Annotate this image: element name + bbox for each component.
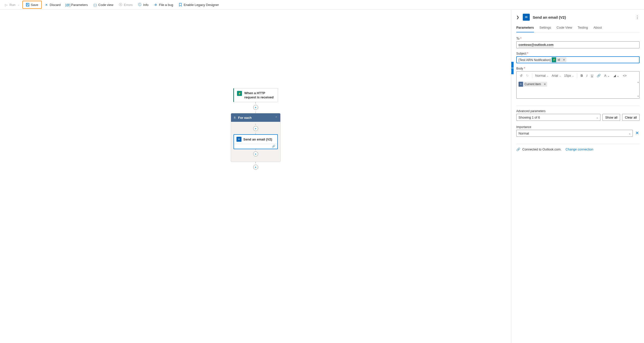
save-button[interactable]: Save (24, 1, 41, 8)
run-button[interactable]: ▷ Run ⌄ (2, 1, 22, 8)
outlook-icon: ✉ (523, 14, 530, 21)
tab-testing[interactable]: Testing (578, 26, 588, 32)
redo-button[interactable]: ↻ (525, 73, 530, 78)
token-picker-rail: ⚡ ƒx (511, 62, 514, 75)
panel-title: Send an email (V2) (533, 15, 632, 20)
more-options-button[interactable]: ⋮ (635, 15, 640, 20)
file-bug-button[interactable]: ✲ File a bug (152, 1, 176, 8)
advanced-params-dropdown[interactable]: Showing 1 of 6 ⌄ (516, 114, 600, 121)
advanced-showing: Showing 1 of 6 (518, 116, 540, 119)
underline-button[interactable]: U (590, 73, 594, 78)
link-button[interactable]: 🔗 (596, 73, 602, 78)
importance-label: Importance (516, 125, 633, 129)
designer-canvas[interactable]: ⚡ When a HTTP request is received + ↓ ⎘ … (0, 10, 511, 343)
tab-settings[interactable]: Settings (540, 26, 551, 32)
save-label: Save (31, 3, 38, 7)
action-label: Send an email (V2) (244, 138, 272, 141)
show-all-button[interactable]: Show all (602, 114, 620, 121)
collapse-panel-button[interactable]: ❯ (516, 15, 520, 19)
subject-field[interactable]: [Test ARN Notification] ⚡ id ✕ (516, 56, 640, 63)
braces-icon: { } (93, 3, 97, 7)
errors-button[interactable]: ⓧ Errors (116, 1, 135, 8)
error-icon: ⓧ (119, 3, 122, 7)
token-label: Current item (523, 83, 542, 86)
connection-icon: 🔗 (516, 147, 520, 151)
remove-token-button[interactable]: ✕ (542, 83, 547, 86)
clear-all-button[interactable]: Clear all (622, 114, 640, 121)
subject-token[interactable]: ⚡ id ✕ (552, 57, 566, 62)
dynamic-content-button[interactable]: ⚡ (511, 62, 514, 68)
scroll-indicator: ▴▾ (638, 81, 639, 97)
change-connection-link[interactable]: Change connection (566, 147, 594, 151)
discard-button[interactable]: ✕ Discard (42, 1, 63, 8)
highlight-button[interactable]: ◢⌄ (612, 73, 620, 78)
info-icon: ⓘ (138, 3, 142, 7)
undo-button[interactable]: ↺ (518, 73, 524, 78)
parameters-label: Parameters (71, 3, 88, 7)
font-style-dropdown[interactable]: Normal⌄ (534, 73, 550, 78)
body-label: Body * (516, 67, 640, 70)
parameters-button[interactable]: [@] Parameters (64, 1, 90, 8)
save-icon (26, 3, 29, 7)
remove-importance-button[interactable]: ✕ (635, 130, 640, 137)
divider (516, 106, 640, 106)
svg-rect-2 (27, 5, 29, 6)
rich-text-toolbar: ↺ ↻ Normal⌄ Arial⌄ 15px⌄ B I U 🔗 A⌄ ◢⌄ <… (516, 71, 640, 80)
link-icon: 🔗 (272, 145, 275, 148)
info-button[interactable]: ⓘ Info (136, 1, 151, 8)
importance-value: Normal (518, 132, 529, 135)
legacy-label: Enable Legacy Designer (184, 3, 219, 7)
toolbar: ▷ Run ⌄ Save ✕ Discard [@] Parameters { … (0, 0, 644, 10)
token-label: id (556, 58, 561, 62)
code-view-button[interactable]: { } Code view (91, 1, 116, 8)
trigger-node[interactable]: ⚡ When a HTTP request is received (233, 88, 278, 102)
body-field[interactable]: ⎘ Current item ✕ ▴▾ (516, 80, 640, 99)
add-step-button[interactable]: + (253, 126, 258, 131)
add-step-button[interactable]: + (253, 165, 258, 170)
legacy-designer-button[interactable]: Enable Legacy Designer (176, 1, 222, 8)
add-step-button[interactable]: + (253, 151, 258, 156)
importance-dropdown[interactable]: Normal ⌄ (516, 130, 633, 137)
to-field[interactable]: contoso@outlook.com (516, 41, 640, 48)
code-view-label: Code view (98, 3, 114, 7)
bold-button[interactable]: B (579, 73, 584, 78)
discard-label: Discard (50, 3, 61, 7)
panel-tabs: Parameters Settings Code View Testing Ab… (516, 26, 640, 32)
properties-panel: ⚡ ƒx ❯ ✉ Send an email (V2) ⋮ Parameters… (511, 10, 644, 343)
chevron-down-icon: ⌄ (628, 132, 630, 135)
loop-icon: ⎘ (234, 116, 236, 119)
run-label: Run (10, 3, 16, 7)
bookmark-icon (179, 3, 182, 7)
body-token[interactable]: ⎘ Current item ✕ (518, 82, 547, 87)
advanced-params-label: Advanced parameters (516, 109, 600, 113)
font-color-button[interactable]: A⌄ (603, 73, 611, 78)
divider (516, 144, 640, 144)
bug-icon: ✲ (154, 3, 158, 7)
expression-button[interactable]: ƒx (511, 68, 514, 75)
tab-about[interactable]: About (594, 26, 602, 32)
font-size-dropdown[interactable]: 15px⌄ (563, 73, 575, 78)
chevron-down-icon: ⌄ (18, 4, 20, 6)
save-highlight: Save (22, 1, 42, 9)
code-button[interactable]: <> (622, 73, 628, 78)
play-icon: ▷ (4, 3, 8, 7)
foreach-header[interactable]: ⎘ For each ⌃ (231, 113, 280, 122)
errors-label: Errors (124, 3, 132, 7)
font-family-dropdown[interactable]: Arial⌄ (551, 73, 562, 78)
chevron-down-icon: ⌄ (596, 116, 598, 119)
subject-label: Subject * (516, 52, 640, 55)
remove-token-button[interactable]: ✕ (562, 58, 566, 62)
add-step-button[interactable]: + (253, 105, 258, 110)
connected-text: Connected to Outlook.com. (522, 147, 562, 151)
send-email-node[interactable]: ✉ Send an email (V2) 🔗 (234, 134, 278, 149)
http-icon: ⚡ (237, 91, 242, 96)
token-icon: ⎘ (518, 82, 523, 87)
tab-code-view[interactable]: Code View (556, 26, 572, 32)
italic-button[interactable]: I (585, 73, 589, 79)
foreach-node[interactable]: ⎘ For each ⌃ + ↓ ✉ Send an email (V2) (231, 113, 280, 162)
parameters-icon: [@] (66, 3, 70, 7)
file-bug-label: File a bug (159, 3, 173, 7)
tab-parameters[interactable]: Parameters (516, 26, 534, 32)
trigger-label: When a HTTP request is received (244, 91, 275, 99)
arrow-icon: ↓ (255, 132, 256, 134)
